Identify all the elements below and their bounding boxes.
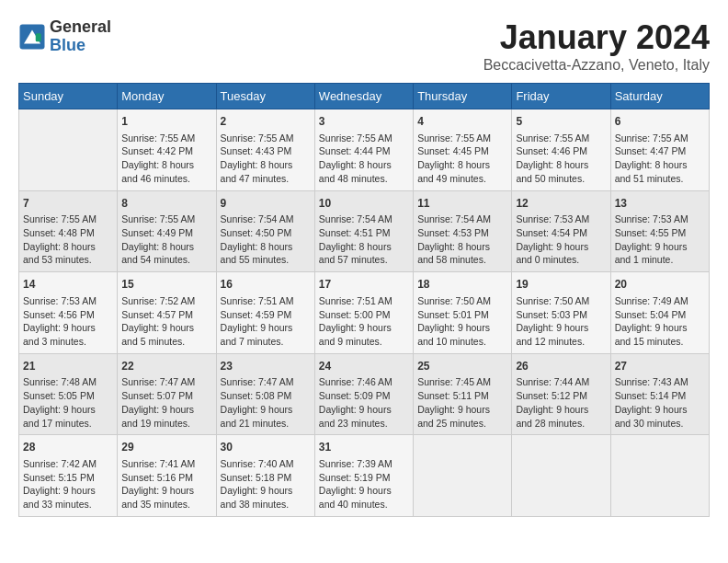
day-info: Daylight: 9 hours	[615, 240, 705, 254]
calendar-cell	[19, 109, 118, 191]
day-info: and 12 minutes.	[516, 335, 606, 349]
day-info: Sunset: 4:50 PM	[221, 226, 311, 240]
day-info: Sunrise: 7:40 AM	[221, 457, 311, 471]
logo: General Blue	[18, 18, 111, 55]
day-info: Daylight: 9 hours	[615, 321, 705, 335]
day-info: and 15 minutes.	[615, 335, 705, 349]
day-info: Daylight: 9 hours	[121, 321, 211, 335]
day-info: Sunrise: 7:54 AM	[319, 213, 409, 226]
day-info: Daylight: 9 hours	[221, 321, 311, 335]
day-info: and 47 minutes.	[221, 172, 311, 186]
calendar-cell: 30Sunrise: 7:40 AMSunset: 5:18 PMDayligh…	[216, 435, 314, 517]
day-info: Daylight: 8 hours	[221, 158, 311, 172]
day-info: Daylight: 8 hours	[516, 158, 606, 172]
logo-general: General	[50, 18, 111, 37]
day-info: and 28 minutes.	[516, 417, 606, 431]
calendar-cell: 11Sunrise: 7:54 AMSunset: 4:53 PMDayligh…	[414, 190, 512, 272]
day-info: and 50 minutes.	[516, 172, 606, 186]
calendar-cell: 19Sunrise: 7:50 AMSunset: 5:03 PMDayligh…	[512, 272, 610, 354]
day-info: Sunrise: 7:41 AM	[121, 457, 211, 471]
day-info: and 0 minutes.	[516, 253, 606, 267]
day-number: 29	[121, 440, 211, 455]
day-info: Daylight: 9 hours	[23, 321, 113, 335]
day-number: 7	[23, 196, 113, 212]
calendar-cell: 13Sunrise: 7:53 AMSunset: 4:55 PMDayligh…	[610, 190, 709, 272]
calendar-week-row: 7Sunrise: 7:55 AMSunset: 4:48 PMDaylight…	[19, 190, 710, 272]
calendar-cell: 29Sunrise: 7:41 AMSunset: 5:16 PMDayligh…	[118, 435, 216, 517]
day-number: 26	[516, 359, 606, 374]
calendar-cell: 14Sunrise: 7:53 AMSunset: 4:56 PMDayligh…	[19, 272, 118, 354]
day-number: 14	[23, 277, 113, 293]
calendar-cell: 8Sunrise: 7:55 AMSunset: 4:49 PMDaylight…	[118, 190, 216, 272]
day-number: 3	[319, 114, 409, 130]
calendar-cell: 25Sunrise: 7:45 AMSunset: 5:11 PMDayligh…	[414, 353, 512, 435]
calendar-cell: 1Sunrise: 7:55 AMSunset: 4:42 PMDaylight…	[118, 109, 216, 191]
day-number: 12	[516, 196, 606, 212]
day-number: 5	[516, 114, 606, 130]
day-info: Sunrise: 7:51 AM	[319, 294, 409, 308]
calendar-cell: 15Sunrise: 7:52 AMSunset: 4:57 PMDayligh…	[118, 272, 216, 354]
day-info: Sunrise: 7:53 AM	[615, 213, 705, 226]
column-header-thursday: Thursday	[414, 84, 512, 109]
day-number: 6	[615, 114, 705, 130]
day-info: and 23 minutes.	[319, 417, 409, 431]
day-info: Daylight: 8 hours	[121, 240, 211, 254]
calendar-cell: 26Sunrise: 7:44 AMSunset: 5:12 PMDayligh…	[512, 353, 610, 435]
day-number: 17	[319, 277, 409, 293]
calendar-cell: 27Sunrise: 7:43 AMSunset: 5:14 PMDayligh…	[610, 353, 709, 435]
day-info: Daylight: 9 hours	[23, 484, 113, 498]
calendar-cell: 17Sunrise: 7:51 AMSunset: 5:00 PMDayligh…	[314, 272, 413, 354]
day-number: 31	[319, 440, 409, 455]
title-block: January 2024 Beccacivetta-Azzano, Veneto…	[483, 18, 710, 74]
location-subtitle: Beccacivetta-Azzano, Veneto, Italy	[483, 57, 710, 74]
day-info: Daylight: 9 hours	[121, 484, 211, 498]
calendar-cell: 21Sunrise: 7:48 AMSunset: 5:05 PMDayligh…	[19, 353, 118, 435]
day-info: and 10 minutes.	[417, 335, 507, 349]
day-number: 1	[121, 114, 211, 130]
day-info: Daylight: 8 hours	[417, 240, 507, 254]
day-info: Sunrise: 7:55 AM	[121, 213, 211, 226]
day-number: 21	[23, 359, 113, 374]
calendar-cell: 16Sunrise: 7:51 AMSunset: 4:59 PMDayligh…	[216, 272, 314, 354]
day-info: Daylight: 9 hours	[23, 403, 113, 417]
day-info: Sunset: 4:53 PM	[417, 226, 507, 240]
day-info: Sunrise: 7:54 AM	[221, 213, 311, 226]
day-info: Sunrise: 7:39 AM	[319, 457, 409, 471]
calendar-cell	[512, 435, 610, 517]
day-info: Sunrise: 7:43 AM	[615, 375, 705, 389]
day-info: Sunrise: 7:55 AM	[319, 132, 409, 145]
day-number: 20	[615, 277, 705, 293]
day-number: 30	[221, 440, 311, 455]
day-number: 27	[615, 359, 705, 374]
column-header-friday: Friday	[512, 84, 610, 109]
calendar-cell: 22Sunrise: 7:47 AMSunset: 5:07 PMDayligh…	[118, 353, 216, 435]
day-info: and 1 minute.	[615, 253, 705, 267]
day-info: and 30 minutes.	[615, 417, 705, 431]
day-number: 4	[417, 114, 507, 130]
day-info: Daylight: 9 hours	[516, 403, 606, 417]
day-info: Daylight: 9 hours	[319, 403, 409, 417]
day-info: Sunrise: 7:49 AM	[615, 294, 705, 308]
calendar-cell: 12Sunrise: 7:53 AMSunset: 4:54 PMDayligh…	[512, 190, 610, 272]
day-info: Sunset: 5:04 PM	[615, 308, 705, 322]
day-info: Sunrise: 7:46 AM	[319, 375, 409, 389]
day-info: Sunset: 4:54 PM	[516, 226, 606, 240]
day-info: Daylight: 9 hours	[319, 484, 409, 498]
day-number: 8	[121, 196, 211, 212]
day-info: and 19 minutes.	[121, 417, 211, 431]
day-info: Sunrise: 7:45 AM	[417, 375, 507, 389]
day-info: Sunrise: 7:52 AM	[121, 294, 211, 308]
day-info: Daylight: 8 hours	[319, 240, 409, 254]
day-info: Sunset: 5:00 PM	[319, 308, 409, 322]
day-info: Sunrise: 7:55 AM	[417, 132, 507, 145]
day-info: and 21 minutes.	[221, 417, 311, 431]
day-number: 13	[615, 196, 705, 212]
day-info: Sunset: 5:07 PM	[121, 389, 211, 403]
day-info: Sunset: 4:44 PM	[319, 144, 409, 158]
day-info: Sunrise: 7:50 AM	[417, 294, 507, 308]
day-info: and 25 minutes.	[417, 417, 507, 431]
day-info: Daylight: 8 hours	[615, 158, 705, 172]
day-info: Sunset: 4:43 PM	[221, 144, 311, 158]
calendar-week-row: 21Sunrise: 7:48 AMSunset: 5:05 PMDayligh…	[19, 353, 710, 435]
month-title: January 2024	[483, 18, 710, 57]
